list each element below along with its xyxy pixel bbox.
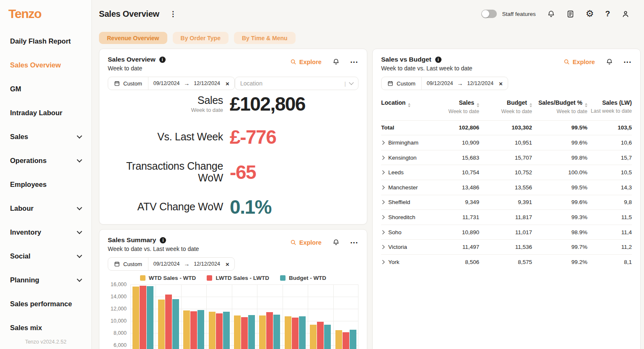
- location-cell[interactable]: Kensington: [381, 155, 429, 161]
- tab-revenue-overview[interactable]: Revenue Overview: [99, 32, 167, 44]
- column-header-sales-budget[interactable]: Sales/Budget %Week to date: [532, 99, 587, 115]
- sidebar-item-planning[interactable]: Planning: [0, 268, 91, 292]
- sidebar-item-employees[interactable]: Employees: [0, 173, 91, 196]
- location-cell[interactable]: Leeds: [381, 169, 429, 176]
- legend-label: Budget - WTD: [289, 275, 326, 281]
- location-cell[interactable]: Sheffield: [381, 199, 429, 205]
- legend-item-wtd-sales-wtd: WTD Sales - WTD: [140, 275, 196, 281]
- bell-icon[interactable]: [332, 58, 340, 66]
- sidebar-item-sales-mix[interactable]: Sales mix: [0, 316, 91, 340]
- column-subtitle: Last week to date: [587, 108, 632, 115]
- explore-button[interactable]: Explore: [564, 59, 595, 65]
- date-end: 12/12/2024: [467, 80, 493, 86]
- location-cell[interactable]: Shoreditch: [381, 214, 429, 220]
- location-cell[interactable]: Soho: [381, 229, 429, 235]
- sidebar-item-gm[interactable]: GM: [0, 77, 91, 101]
- close-icon[interactable]: ×: [226, 261, 229, 268]
- column-header-sales[interactable]: SalesWeek to date: [429, 99, 479, 115]
- close-icon[interactable]: ×: [226, 80, 229, 87]
- ellipsis-icon[interactable]: •••: [351, 59, 358, 65]
- location-cell[interactable]: Victoria: [381, 244, 429, 250]
- sidebar-item-inventory[interactable]: Inventory: [0, 220, 91, 244]
- question-icon[interactable]: ?: [605, 9, 610, 18]
- bell-icon[interactable]: [547, 10, 555, 18]
- ellipsis-icon[interactable]: •••: [351, 240, 358, 245]
- chevron-right-icon[interactable]: [381, 230, 385, 234]
- gridline-h: [130, 297, 358, 297]
- bar-lwtd-sales-lwtd-kensington: [140, 286, 146, 349]
- sales_budget_pct-cell: 99.6%: [532, 199, 587, 205]
- gear-icon[interactable]: ⚙: [586, 10, 594, 18]
- document-icon[interactable]: [566, 10, 574, 18]
- chevron-right-icon[interactable]: [381, 155, 385, 160]
- legend-swatch: [140, 275, 145, 281]
- chevron-right-icon[interactable]: [381, 171, 385, 175]
- chevron-right-icon[interactable]: [381, 185, 385, 189]
- tab-by-order-type[interactable]: By Order Type: [173, 32, 229, 44]
- sidebar-item-sales-performance[interactable]: Sales performance: [0, 292, 91, 316]
- sales_budget_pct-cell: 99.6%: [532, 140, 587, 146]
- chevron-right-icon[interactable]: [381, 200, 385, 204]
- tenzo-logo[interactable]: Tenzo: [0, 0, 91, 23]
- info-icon[interactable]: i: [435, 57, 441, 63]
- chevron-right-icon[interactable]: [381, 215, 385, 220]
- bar-budget-wtd-birmingham: [248, 315, 255, 349]
- date-range-filter[interactable]: Custom 09/12/2024 → 12/12/2024 ×: [108, 257, 235, 271]
- tab-bar: Revenue OverviewBy Order TypeBy Time & M…: [99, 32, 644, 44]
- column-header-location[interactable]: Location: [381, 99, 429, 107]
- bell-icon[interactable]: [332, 238, 340, 246]
- info-icon[interactable]: i: [159, 57, 166, 63]
- sidebar-item-social[interactable]: Social: [0, 244, 91, 268]
- location-select[interactable]: Location |: [235, 77, 358, 90]
- main-content: Sales Overview ⋮ Staff features ⚙ ? Reve…: [92, 0, 644, 349]
- bar-lwtd-sales-lwtd-birmingham: [241, 317, 248, 349]
- info-icon[interactable]: i: [160, 237, 166, 243]
- date-range-filter[interactable]: Custom 09/12/2024 → 12/12/2024 ×: [108, 77, 235, 90]
- user-icon[interactable]: [621, 10, 630, 18]
- card-sales-overview: Sales Overview i Week to date Explore: [99, 49, 367, 225]
- sidebar-item-label: Daily Flash Report: [10, 37, 71, 45]
- chevron-right-icon[interactable]: [381, 260, 385, 264]
- budget-cell: 11,536: [479, 244, 532, 250]
- sidebar-item-intraday-labour[interactable]: Intraday Labour: [0, 101, 91, 125]
- ellipsis-icon[interactable]: •••: [624, 59, 632, 65]
- location-cell[interactable]: Manchester: [381, 184, 429, 191]
- chevron-right-icon[interactable]: [381, 141, 385, 145]
- table-row: Sheffield9,3499,39199.6%9,8: [381, 195, 632, 210]
- sales-cell: 102,806: [429, 124, 479, 131]
- tab-by-time-menu[interactable]: By Time & Menu: [234, 32, 296, 44]
- close-icon[interactable]: ×: [499, 80, 503, 87]
- bell-icon[interactable]: [606, 58, 613, 66]
- kpi-sublabel: Week to date: [108, 107, 223, 113]
- location-cell[interactable]: Birmingham: [381, 140, 429, 146]
- explore-button[interactable]: Explore: [290, 59, 322, 65]
- sidebar-item-sales[interactable]: Sales: [0, 125, 91, 149]
- legend-item-lwtd-sales-lwtd: LWTD Sales - LWTD: [207, 275, 269, 281]
- kpi-label-block: SalesWeek to date: [108, 95, 223, 113]
- column-subtitle: Week to date: [479, 109, 532, 115]
- chevron-right-icon[interactable]: [381, 245, 385, 249]
- sidebar-item-labour[interactable]: Labour: [0, 196, 91, 220]
- sort-icon[interactable]: [408, 103, 410, 107]
- bar-wtd-sales-wtd-york: [335, 330, 342, 349]
- bar-wtd-sales-wtd-birmingham: [234, 315, 241, 349]
- y-tick-label: 8,000: [114, 330, 127, 336]
- budget-cell: 103,302: [479, 124, 532, 131]
- kebab-icon[interactable]: ⋮: [169, 10, 177, 18]
- sidebar-item-label: Labour: [10, 204, 34, 212]
- sidebar-item-daily-flash-report[interactable]: Daily Flash Report: [0, 29, 91, 53]
- date-end: 12/12/2024: [194, 80, 220, 86]
- chart-legend: WTD Sales - WTDLWTD Sales - LWTDBudget -…: [108, 275, 358, 281]
- bar-lwtd-sales-lwtd-sheffield: [317, 322, 324, 349]
- sales_lw-cell: 10,5: [587, 169, 632, 176]
- location-cell[interactable]: York: [381, 259, 429, 265]
- sidebar-item-sales-overview[interactable]: Sales Overview: [0, 53, 91, 77]
- date-range-filter[interactable]: Custom 09/12/2024 → 12/12/2024 ×: [381, 77, 508, 90]
- column-header-budget[interactable]: BudgetWeek to date: [479, 99, 532, 115]
- calendar-icon: [387, 80, 393, 86]
- explore-button[interactable]: Explore: [290, 239, 322, 246]
- staff-features-toggle[interactable]: [481, 10, 497, 18]
- sidebar-item-operations[interactable]: Operations: [0, 149, 91, 173]
- bar-lwtd-sales-lwtd-shoreditch: [190, 311, 197, 349]
- sales-cell: 11,731: [429, 214, 479, 220]
